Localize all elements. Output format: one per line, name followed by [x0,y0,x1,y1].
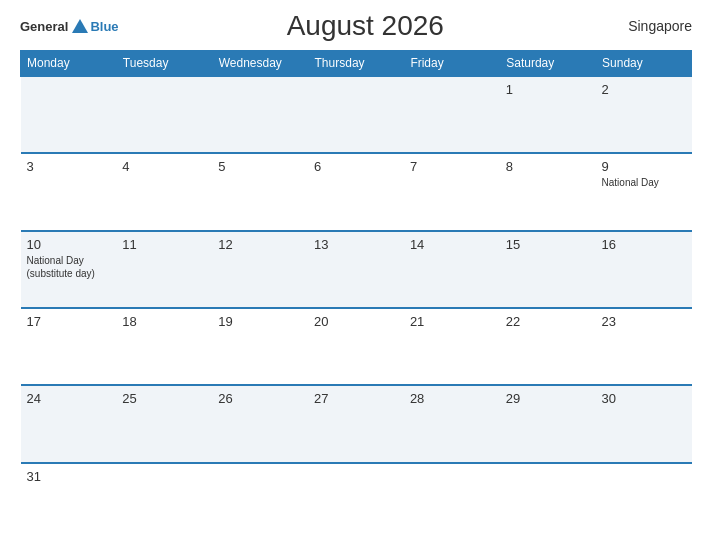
calendar-day-cell [308,463,404,540]
day-number: 18 [122,314,206,329]
day-number: 31 [27,469,111,484]
day-number: 10 [27,237,111,252]
day-number: 8 [506,159,590,174]
calendar-day-cell: 18 [116,308,212,385]
day-number: 2 [602,82,686,97]
calendar-week-row: 10National Day (substitute day)111213141… [21,231,692,308]
day-number: 5 [218,159,302,174]
calendar-day-cell: 21 [404,308,500,385]
calendar-day-cell: 26 [212,385,308,462]
calendar-day-cell: 14 [404,231,500,308]
logo: General Blue [20,19,119,34]
day-number: 22 [506,314,590,329]
calendar-day-cell: 24 [21,385,117,462]
col-tuesday: Tuesday [116,51,212,77]
calendar-day-cell [116,463,212,540]
day-number: 23 [602,314,686,329]
calendar-body: 123456789National Day10National Day (sub… [21,76,692,540]
calendar-day-cell [212,76,308,153]
day-event: National Day (substitute day) [27,254,111,280]
calendar-day-cell [308,76,404,153]
day-number: 13 [314,237,398,252]
calendar-day-cell: 27 [308,385,404,462]
calendar-day-cell: 30 [596,385,692,462]
calendar-day-cell: 15 [500,231,596,308]
calendar-table: Monday Tuesday Wednesday Thursday Friday… [20,50,692,540]
day-number: 20 [314,314,398,329]
calendar-day-cell [116,76,212,153]
day-number: 11 [122,237,206,252]
day-number: 4 [122,159,206,174]
calendar-day-cell: 9National Day [596,153,692,230]
calendar-day-cell: 28 [404,385,500,462]
calendar-day-cell: 23 [596,308,692,385]
calendar-week-row: 17181920212223 [21,308,692,385]
col-monday: Monday [21,51,117,77]
calendar-week-row: 24252627282930 [21,385,692,462]
day-number: 24 [27,391,111,406]
col-wednesday: Wednesday [212,51,308,77]
day-number: 19 [218,314,302,329]
calendar-day-cell [404,76,500,153]
calendar-day-cell: 1 [500,76,596,153]
calendar-day-cell: 10National Day (substitute day) [21,231,117,308]
calendar-day-cell: 3 [21,153,117,230]
col-sunday: Sunday [596,51,692,77]
calendar-day-cell [404,463,500,540]
calendar-day-cell [596,463,692,540]
calendar-day-cell: 20 [308,308,404,385]
calendar-day-cell: 13 [308,231,404,308]
calendar-day-cell: 22 [500,308,596,385]
calendar-day-cell: 2 [596,76,692,153]
calendar-week-row: 12 [21,76,692,153]
day-number: 30 [602,391,686,406]
calendar-week-row: 31 [21,463,692,540]
calendar-day-cell: 29 [500,385,596,462]
logo-general: General [20,19,68,34]
calendar-day-cell: 7 [404,153,500,230]
day-number: 7 [410,159,494,174]
col-thursday: Thursday [308,51,404,77]
day-number: 16 [602,237,686,252]
day-number: 1 [506,82,590,97]
day-number: 6 [314,159,398,174]
day-number: 12 [218,237,302,252]
calendar-day-cell: 11 [116,231,212,308]
calendar-day-cell: 25 [116,385,212,462]
day-number: 27 [314,391,398,406]
day-number: 26 [218,391,302,406]
calendar-day-cell: 16 [596,231,692,308]
calendar-week-row: 3456789National Day [21,153,692,230]
calendar-day-cell: 17 [21,308,117,385]
calendar-day-cell: 5 [212,153,308,230]
weekday-header-row: Monday Tuesday Wednesday Thursday Friday… [21,51,692,77]
logo-triangle-icon [72,19,88,33]
calendar-day-cell [21,76,117,153]
calendar-day-cell: 12 [212,231,308,308]
calendar-day-cell: 19 [212,308,308,385]
month-title: August 2026 [119,10,612,42]
day-number: 17 [27,314,111,329]
calendar-day-cell: 31 [21,463,117,540]
calendar-day-cell: 6 [308,153,404,230]
day-number: 3 [27,159,111,174]
day-number: 25 [122,391,206,406]
calendar-day-cell [212,463,308,540]
calendar-header: Monday Tuesday Wednesday Thursday Friday… [21,51,692,77]
day-number: 28 [410,391,494,406]
calendar-day-cell: 8 [500,153,596,230]
day-number: 14 [410,237,494,252]
logo-blue: Blue [90,19,118,34]
calendar-day-cell: 4 [116,153,212,230]
day-number: 29 [506,391,590,406]
col-friday: Friday [404,51,500,77]
day-number: 15 [506,237,590,252]
day-event: National Day [602,176,686,189]
day-number: 9 [602,159,686,174]
col-saturday: Saturday [500,51,596,77]
calendar-day-cell [500,463,596,540]
page-header: General Blue August 2026 Singapore [20,10,692,42]
day-number: 21 [410,314,494,329]
country-label: Singapore [612,18,692,34]
